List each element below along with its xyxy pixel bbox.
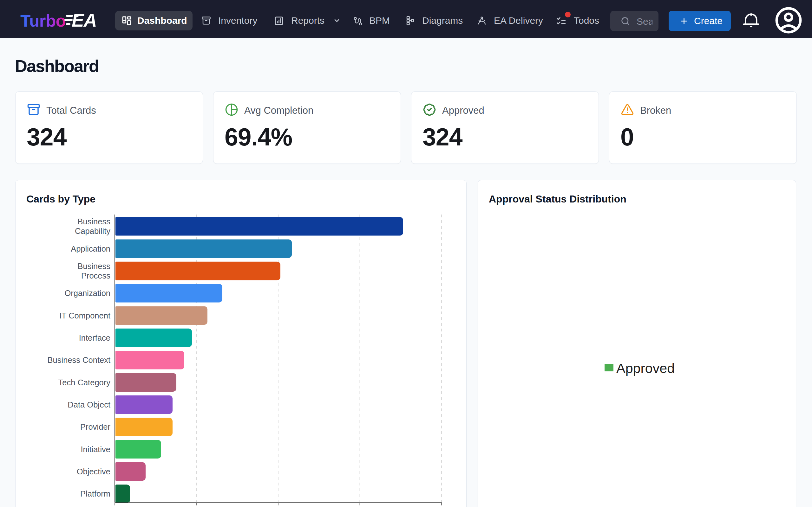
svg-text:IT Component: IT Component <box>59 311 110 320</box>
svg-text:Business: Business <box>78 262 110 271</box>
svg-text:Initiative: Initiative <box>81 445 110 454</box>
svg-text:Organization: Organization <box>64 289 110 297</box>
svg-text:Objective: Objective <box>77 467 110 476</box>
svg-text:Capability: Capability <box>75 227 110 235</box>
svg-text:Application: Application <box>71 244 110 253</box>
svg-text:Provider: Provider <box>80 422 110 431</box>
svg-text:Business Context: Business Context <box>48 355 110 364</box>
svg-text:Data Object: Data Object <box>67 400 110 409</box>
svg-text:Interface: Interface <box>79 333 110 342</box>
svg-text:Process: Process <box>81 271 110 280</box>
svg-text:Business: Business <box>78 217 110 226</box>
svg-text:Platform: Platform <box>80 489 110 498</box>
svg-text:Tech Category: Tech Category <box>58 378 111 387</box>
